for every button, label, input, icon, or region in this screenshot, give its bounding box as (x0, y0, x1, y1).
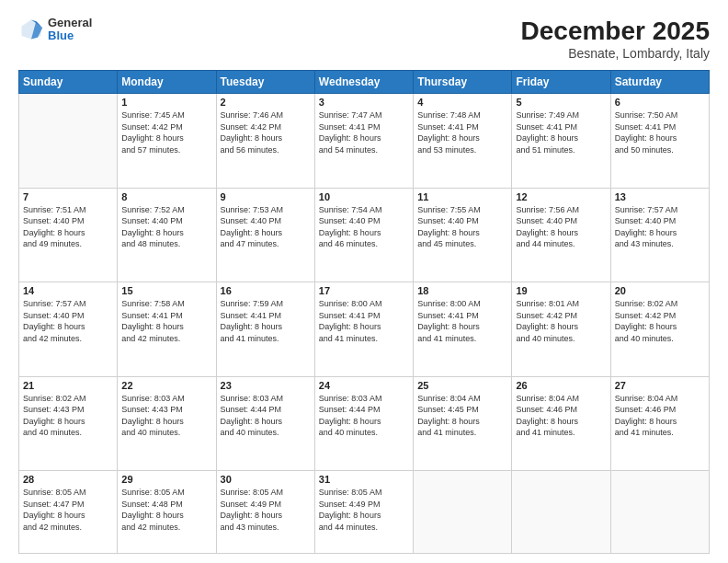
day-info: Sunrise: 7:48 AMSunset: 4:41 PMDaylight:… (417, 109, 507, 155)
table-row: 1Sunrise: 7:45 AMSunset: 4:42 PMDaylight… (118, 94, 216, 189)
table-row: 8Sunrise: 7:52 AMSunset: 4:40 PMDaylight… (118, 188, 216, 282)
day-info: Sunrise: 8:02 AMSunset: 4:42 PMDaylight:… (615, 298, 705, 344)
day-number: 23 (221, 380, 311, 391)
day-info: Sunrise: 7:47 AMSunset: 4:41 PMDaylight:… (319, 109, 409, 155)
day-info: Sunrise: 7:51 AMSunset: 4:40 PMDaylight:… (23, 204, 113, 250)
day-number: 24 (319, 380, 409, 391)
page: General Blue December 2025 Besnate, Lomb… (0, 0, 728, 563)
day-number: 3 (319, 97, 409, 108)
table-row: 4Sunrise: 7:48 AMSunset: 4:41 PMDaylight… (414, 94, 512, 189)
day-number: 17 (319, 285, 409, 296)
table-row: 2Sunrise: 7:46 AMSunset: 4:42 PMDaylight… (216, 94, 314, 189)
col-wednesday: Wednesday (314, 71, 413, 94)
day-info: Sunrise: 7:59 AMSunset: 4:41 PMDaylight:… (221, 298, 311, 344)
logo-icon (18, 17, 44, 42)
day-number: 20 (615, 285, 705, 296)
table-row: 28Sunrise: 8:05 AMSunset: 4:47 PMDayligh… (19, 471, 118, 554)
logo-general: General (48, 17, 92, 29)
table-row: 17Sunrise: 8:00 AMSunset: 4:41 PMDayligh… (314, 282, 413, 377)
day-number: 22 (121, 380, 211, 391)
table-row: 30Sunrise: 8:05 AMSunset: 4:49 PMDayligh… (216, 471, 314, 554)
logo-text: General Blue (48, 17, 92, 43)
day-info: Sunrise: 7:45 AMSunset: 4:42 PMDaylight:… (121, 109, 211, 155)
table-row: 29Sunrise: 8:05 AMSunset: 4:48 PMDayligh… (118, 471, 216, 554)
day-number: 28 (23, 474, 113, 485)
day-number: 25 (417, 380, 507, 391)
table-row: 3Sunrise: 7:47 AMSunset: 4:41 PMDaylight… (314, 94, 413, 189)
day-info: Sunrise: 7:56 AMSunset: 4:40 PMDaylight:… (516, 204, 606, 250)
table-row: 20Sunrise: 8:02 AMSunset: 4:42 PMDayligh… (610, 282, 709, 377)
day-number: 12 (516, 191, 606, 202)
day-number: 14 (23, 285, 113, 296)
day-number: 4 (417, 97, 507, 108)
day-info: Sunrise: 8:00 AMSunset: 4:41 PMDaylight:… (417, 298, 507, 344)
table-row: 5Sunrise: 7:49 AMSunset: 4:41 PMDaylight… (512, 94, 610, 189)
day-info: Sunrise: 8:04 AMSunset: 4:46 PMDaylight:… (516, 393, 606, 439)
table-row: 6Sunrise: 7:50 AMSunset: 4:41 PMDaylight… (610, 94, 709, 189)
day-info: Sunrise: 7:49 AMSunset: 4:41 PMDaylight:… (516, 109, 606, 155)
day-info: Sunrise: 8:03 AMSunset: 4:43 PMDaylight:… (121, 393, 211, 439)
table-row: 14Sunrise: 7:57 AMSunset: 4:40 PMDayligh… (19, 282, 118, 377)
col-friday: Friday (512, 71, 610, 94)
day-info: Sunrise: 8:05 AMSunset: 4:47 PMDaylight:… (23, 487, 113, 533)
day-info: Sunrise: 7:55 AMSunset: 4:40 PMDaylight:… (417, 204, 507, 250)
day-info: Sunrise: 8:00 AMSunset: 4:41 PMDaylight:… (319, 298, 409, 344)
table-row: 23Sunrise: 8:03 AMSunset: 4:44 PMDayligh… (216, 376, 314, 471)
day-number: 10 (319, 191, 409, 202)
table-row (19, 94, 118, 189)
table-row (610, 471, 709, 554)
table-row (512, 471, 610, 554)
day-number: 9 (221, 191, 311, 202)
day-number: 8 (121, 191, 211, 202)
col-monday: Monday (118, 71, 216, 94)
table-row: 25Sunrise: 8:04 AMSunset: 4:45 PMDayligh… (414, 376, 512, 471)
day-number: 16 (221, 285, 311, 296)
month-year: December 2025 (521, 17, 710, 46)
table-row: 13Sunrise: 7:57 AMSunset: 4:40 PMDayligh… (610, 188, 709, 282)
table-row: 15Sunrise: 7:58 AMSunset: 4:41 PMDayligh… (118, 282, 216, 377)
day-info: Sunrise: 7:58 AMSunset: 4:41 PMDaylight:… (121, 298, 211, 344)
day-number: 27 (615, 380, 705, 391)
day-number: 30 (221, 474, 311, 485)
table-row: 12Sunrise: 7:56 AMSunset: 4:40 PMDayligh… (512, 188, 610, 282)
table-row: 7Sunrise: 7:51 AMSunset: 4:40 PMDaylight… (19, 188, 118, 282)
table-row: 16Sunrise: 7:59 AMSunset: 4:41 PMDayligh… (216, 282, 314, 377)
col-saturday: Saturday (610, 71, 709, 94)
col-sunday: Sunday (19, 71, 118, 94)
table-row: 21Sunrise: 8:02 AMSunset: 4:43 PMDayligh… (19, 376, 118, 471)
day-info: Sunrise: 8:05 AMSunset: 4:49 PMDaylight:… (319, 487, 409, 533)
day-number: 31 (319, 474, 409, 485)
location: Besnate, Lombardy, Italy (521, 46, 710, 61)
day-number: 15 (121, 285, 211, 296)
day-number: 29 (121, 474, 211, 485)
table-row: 27Sunrise: 8:04 AMSunset: 4:46 PMDayligh… (610, 376, 709, 471)
header: General Blue December 2025 Besnate, Lomb… (18, 17, 710, 61)
day-info: Sunrise: 7:54 AMSunset: 4:40 PMDaylight:… (319, 204, 409, 250)
table-row: 18Sunrise: 8:00 AMSunset: 4:41 PMDayligh… (414, 282, 512, 377)
logo: General Blue (18, 17, 92, 43)
day-number: 2 (221, 97, 311, 108)
day-info: Sunrise: 7:50 AMSunset: 4:41 PMDaylight:… (615, 109, 705, 155)
col-tuesday: Tuesday (216, 71, 314, 94)
day-number: 26 (516, 380, 606, 391)
day-number: 18 (417, 285, 507, 296)
day-info: Sunrise: 8:03 AMSunset: 4:44 PMDaylight:… (221, 393, 311, 439)
day-number: 13 (615, 191, 705, 202)
table-row: 10Sunrise: 7:54 AMSunset: 4:40 PMDayligh… (314, 188, 413, 282)
day-info: Sunrise: 8:01 AMSunset: 4:42 PMDaylight:… (516, 298, 606, 344)
col-thursday: Thursday (414, 71, 512, 94)
table-row: 9Sunrise: 7:53 AMSunset: 4:40 PMDaylight… (216, 188, 314, 282)
day-info: Sunrise: 8:02 AMSunset: 4:43 PMDaylight:… (23, 393, 113, 439)
calendar-table: Sunday Monday Tuesday Wednesday Thursday… (18, 70, 710, 554)
day-number: 19 (516, 285, 606, 296)
table-row: 31Sunrise: 8:05 AMSunset: 4:49 PMDayligh… (314, 471, 413, 554)
day-info: Sunrise: 7:53 AMSunset: 4:40 PMDaylight:… (221, 204, 311, 250)
table-row: 24Sunrise: 8:03 AMSunset: 4:44 PMDayligh… (314, 376, 413, 471)
table-row: 19Sunrise: 8:01 AMSunset: 4:42 PMDayligh… (512, 282, 610, 377)
day-number: 6 (615, 97, 705, 108)
day-info: Sunrise: 8:04 AMSunset: 4:46 PMDaylight:… (615, 393, 705, 439)
title-block: December 2025 Besnate, Lombardy, Italy (521, 17, 710, 61)
table-row (414, 471, 512, 554)
logo-blue: Blue (48, 29, 92, 42)
table-row: 22Sunrise: 8:03 AMSunset: 4:43 PMDayligh… (118, 376, 216, 471)
